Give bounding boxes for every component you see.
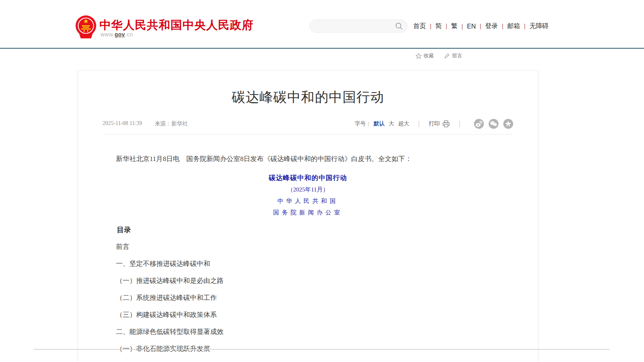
divider (460, 121, 460, 127)
search-box (310, 19, 407, 33)
share-qzone-icon[interactable] (503, 119, 513, 129)
document-org-line1: 中华人民共和国 (103, 197, 513, 205)
favorite-button[interactable]: 收藏 (416, 52, 434, 59)
page: 中华人民共和国中央人民政府 www.gov.cn 首页简繁EN登录邮箱无障碍 收… (0, 0, 644, 362)
toc-item: 前言 (103, 243, 513, 251)
article-container: 碳达峰碳中和的中国行动 2025-11-08 11:39 来源：新华社 字号： … (78, 70, 538, 362)
site-header: 中华人民共和国中央人民政府 www.gov.cn 首页简繁EN登录邮箱无障碍 (0, 0, 644, 48)
article-meta: 2025-11-08 11:39 来源：新华社 字号： 默认大超大 打印 (103, 119, 513, 135)
comment-label: 留言 (452, 52, 462, 59)
share-wechat-icon[interactable] (488, 119, 499, 129)
favorite-label: 收藏 (424, 52, 434, 59)
article-source: 来源：新华社 (155, 120, 188, 127)
bottom-divider (34, 349, 610, 350)
toc-item: 一、坚定不移推进碳达峰碳中和 (103, 260, 513, 268)
page-tools: 收藏 留言 (416, 52, 462, 59)
document-title: 碳达峰碳中和的中国行动 (103, 174, 513, 182)
share-weibo-icon[interactable] (474, 119, 484, 129)
nav-link[interactable]: EN (458, 23, 476, 30)
top-nav: 首页简繁EN登录邮箱无障碍 (413, 22, 549, 30)
national-emblem-logo (75, 15, 97, 39)
divider (419, 121, 419, 127)
document-heading: 碳达峰碳中和的中国行动 （2025年11月） 中华人民共和国 国务院新闻办公室 (103, 174, 513, 216)
search-input[interactable] (315, 21, 392, 32)
site-title: 中华人民共和国中央人民政府 (99, 17, 254, 33)
toc-item: （三）构建碳达峰碳中和政策体系 (103, 311, 513, 319)
nav-link[interactable]: 繁 (442, 22, 458, 30)
toc-item: 二、能源绿色低碳转型取得显著成效 (103, 328, 513, 336)
toc-item: （二）系统推进碳达峰碳中和工作 (103, 294, 513, 302)
star-icon (416, 53, 422, 59)
nav-link[interactable]: 无障碍 (520, 22, 549, 30)
search-icon[interactable] (395, 22, 403, 30)
font-size-option[interactable]: 超大 (398, 120, 409, 127)
pencil-icon (444, 53, 450, 59)
print-button[interactable]: 打印 (429, 120, 450, 128)
document-org-line2: 国务院新闻办公室 (103, 208, 513, 216)
nav-link[interactable]: 登录 (476, 22, 498, 30)
nav-link[interactable]: 首页 (413, 22, 426, 30)
font-size-option[interactable]: 默认 (374, 120, 385, 127)
header-divider (0, 48, 644, 49)
print-label: 打印 (429, 120, 440, 127)
nav-link[interactable]: 邮箱 (498, 22, 520, 30)
toc-item: （一）推进碳达峰碳中和是必由之路 (103, 277, 513, 285)
font-size-label: 字号： (355, 120, 371, 127)
intro-paragraph: 新华社北京11月8日电 国务院新闻办公室8日发布《碳达峰碳中和的中国行动》白皮书… (103, 154, 513, 164)
publish-date: 2025-11-08 11:39 (103, 120, 142, 127)
article-title: 碳达峰碳中和的中国行动 (103, 89, 513, 105)
comment-button[interactable]: 留言 (444, 52, 462, 59)
site-url[interactable]: www.gov.cn (101, 31, 133, 38)
font-size-options: 默认大超大 (374, 120, 409, 127)
table-of-contents: 前言一、坚定不移推进碳达峰碳中和（一）推进碳达峰碳中和是必由之路（二）系统推进碳… (103, 243, 513, 353)
nav-link[interactable]: 简 (426, 22, 442, 30)
article-body: 新华社北京11月8日电 国务院新闻办公室8日发布《碳达峰碳中和的中国行动》白皮书… (103, 154, 513, 353)
document-date: （2025年11月） (103, 186, 513, 193)
toc-title: 目录 (103, 226, 513, 234)
font-size-option[interactable]: 大 (389, 120, 394, 127)
printer-icon (442, 120, 450, 128)
